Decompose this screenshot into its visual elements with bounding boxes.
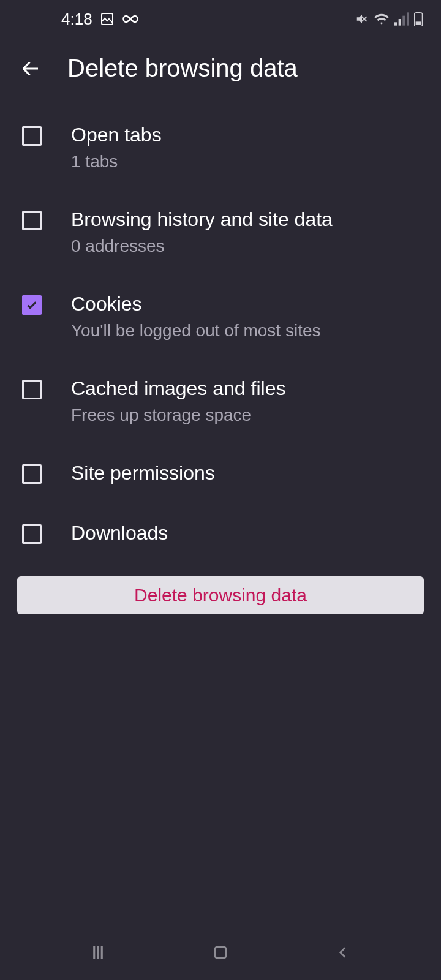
mute-icon [355,12,369,26]
option-site-permissions[interactable]: Site permissions [0,443,441,503]
checkbox-site-permissions[interactable] [22,464,42,484]
svg-rect-7 [416,21,421,24]
item-texts: Cookies You'll be logged out of most sit… [71,292,320,342]
back-button[interactable] [18,56,43,81]
checkbox-open-tabs[interactable] [22,126,42,146]
recents-icon [89,943,107,962]
item-title: Downloads [71,521,168,546]
nav-recents[interactable] [74,937,123,968]
svg-rect-1 [394,22,397,25]
options-list: Open tabs 1 tabs Browsing history and si… [0,99,441,569]
status-time: 4:18 [61,10,92,29]
option-downloads[interactable]: Downloads [0,503,441,564]
checkbox-browsing-history[interactable] [22,211,42,230]
status-right [355,12,423,26]
arrow-left-icon [20,58,42,80]
item-subtitle: You'll be logged out of most sites [71,320,320,342]
svg-rect-11 [215,947,227,959]
option-cookies[interactable]: Cookies You'll be logged out of most sit… [0,274,441,359]
svg-rect-4 [407,12,409,25]
item-subtitle: Frees up storage space [71,404,285,426]
signal-icon [394,12,409,26]
item-title: Cached images and files [71,376,285,402]
item-texts: Site permissions [71,461,215,486]
status-left: 4:18 [61,10,139,29]
navigation-bar [0,925,441,980]
chevron-left-icon [335,944,351,960]
item-title: Browsing history and site data [71,207,333,233]
svg-rect-2 [399,19,401,26]
home-icon [211,943,230,962]
check-icon [25,298,39,312]
nav-home[interactable] [196,937,245,968]
checkbox-cached-images[interactable] [22,380,42,399]
item-texts: Browsing history and site data 0 address… [71,207,333,257]
item-texts: Downloads [71,521,168,546]
status-bar: 4:18 [0,0,441,38]
delete-button-label: Delete browsing data [134,585,307,606]
checkbox-downloads[interactable] [22,524,42,544]
item-texts: Cached images and files Frees up storage… [71,376,285,426]
infinity-icon [122,14,139,24]
svg-rect-3 [402,16,405,26]
checkbox-cookies[interactable] [22,295,42,315]
option-open-tabs[interactable]: Open tabs 1 tabs [0,105,441,190]
image-icon [100,12,115,26]
page-title: Delete browsing data [67,55,298,82]
wifi-icon [374,12,390,26]
item-subtitle: 1 tabs [71,151,162,173]
option-cached-images[interactable]: Cached images and files Frees up storage… [0,359,441,443]
header: Delete browsing data [0,38,441,99]
option-browsing-history[interactable]: Browsing history and site data 0 address… [0,190,441,274]
battery-icon [414,12,423,26]
item-title: Cookies [71,292,320,317]
item-subtitle: 0 addresses [71,235,333,257]
delete-button[interactable]: Delete browsing data [17,576,424,614]
item-title: Open tabs [71,123,162,148]
nav-back[interactable] [318,937,368,968]
item-title: Site permissions [71,461,215,486]
item-texts: Open tabs 1 tabs [71,123,162,173]
